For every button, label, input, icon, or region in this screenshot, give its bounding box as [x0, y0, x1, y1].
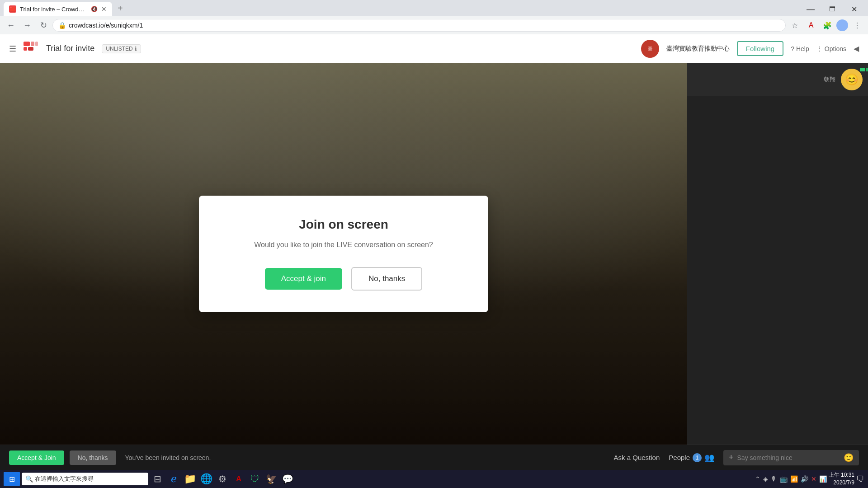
question-icon: ?	[791, 45, 794, 52]
system-tray: ⌃ ◈ 🎙 📺 📶 🔊 ✕ 📊	[755, 475, 827, 483]
unlisted-badge: UNLISTED ℹ	[102, 44, 141, 53]
minimize-button[interactable]: —	[800, 2, 821, 16]
help-button[interactable]: ? Help	[791, 45, 809, 52]
new-tab-button[interactable]: +	[114, 3, 127, 14]
people-count: 1	[693, 453, 702, 462]
following-button[interactable]: Following	[737, 41, 783, 56]
app7-icon[interactable]: 🦅	[264, 472, 278, 486]
acrobat-extension[interactable]: A	[804, 18, 818, 33]
volume-icon[interactable]: 🔊	[801, 475, 808, 483]
settings-icon[interactable]: ⚙	[215, 472, 230, 486]
org-logo: 臺	[641, 40, 659, 58]
video-area: Join on screen Would you like to join th…	[0, 63, 687, 445]
maximize-button[interactable]: 🗖	[822, 2, 843, 16]
people-button[interactable]: People 1 👥	[669, 453, 714, 463]
tab-title: Trial for invite – Crowdcast	[20, 6, 87, 13]
bottom-bar: Accept & Join No, thanks You've been inv…	[0, 445, 868, 470]
app-title: Trial for invite	[46, 44, 94, 53]
modal-buttons: Accept & join No, thanks	[226, 267, 461, 291]
crowdcast-logo-icon	[23, 41, 39, 57]
modal-accept-button[interactable]: Accept & join	[265, 268, 342, 290]
sidebar-content	[687, 96, 868, 445]
emoji-button[interactable]: 🙂	[844, 453, 854, 463]
browser-tab[interactable]: 🟥 Trial for invite – Crowdcast 🔇 ✕	[4, 2, 112, 16]
lock-icon: 🔒	[58, 22, 66, 29]
network-icon[interactable]: 📶	[790, 475, 798, 483]
back-button[interactable]: ←	[4, 18, 18, 33]
modal-title: Join on screen	[226, 217, 461, 232]
refresh-button[interactable]: ↻	[36, 18, 51, 33]
folder-icon[interactable]: 📁	[183, 472, 197, 486]
adobe-icon[interactable]: A	[231, 472, 246, 486]
clock-time: 上午 10:31	[829, 471, 854, 479]
bottom-right-actions: Ask a Question People 1 👥 + Say somethin…	[614, 450, 859, 465]
taskbar-search[interactable]: 🔍 在這裡輸入文字來搜尋	[22, 473, 148, 485]
start-button[interactable]: ⊞	[4, 472, 20, 486]
line-icon[interactable]: 💬	[280, 472, 295, 486]
tab-audio-icon: 🔇	[91, 6, 98, 12]
bookmark-button[interactable]: ☆	[788, 18, 802, 33]
taskbar-right: ⌃ ◈ 🎙 📺 📶 🔊 ✕ 📊 上午 10:31 2020/7/9 🗨	[755, 471, 864, 487]
vpn-icon[interactable]: 🛡	[248, 472, 262, 486]
taskbar: ⊞ 🔍 在這裡輸入文字來搜尋 ⊟ ℯ 📁 🌐 ⚙ A 🛡 🦅 💬 ⌃ ◈ 🎙 📺…	[0, 470, 868, 488]
header-right: 臺 臺灣實驗教育推動中心 Following ? Help ⋮ Options …	[641, 40, 859, 58]
invited-text: You've been invited on screen.	[125, 454, 211, 461]
tray-arrow[interactable]: ⌃	[755, 475, 760, 483]
user-avatar: 😊	[841, 69, 863, 90]
right-sidebar: 朝翔 😊	[687, 63, 868, 445]
options-button[interactable]: ⋮ Options	[816, 45, 846, 52]
app-header: ☰ Trial for invite UNLISTED ℹ 臺 臺灣實驗教育推動…	[0, 34, 868, 63]
chat-input-area[interactable]: + Say something nice 🙂	[723, 450, 859, 465]
join-on-screen-modal: Join on screen Would you like to join th…	[199, 196, 488, 312]
svg-rect-0	[24, 42, 30, 46]
modal-subtitle: Would you like to join the LIVE conversa…	[226, 241, 461, 249]
sidebar-top: 朝翔 😊	[687, 63, 868, 96]
chat-plus-icon[interactable]: +	[729, 453, 734, 462]
search-icon: 🔍	[25, 475, 33, 483]
taskbar-clock: 上午 10:31 2020/7/9	[829, 471, 854, 487]
clock-date: 2020/7/9	[829, 479, 854, 487]
svg-rect-1	[31, 42, 34, 46]
menu-button[interactable]: ☰	[9, 44, 16, 54]
address-bar[interactable]: 🔒 crowdcast.io/e/suniqkxm/1	[52, 19, 786, 32]
task-view-button[interactable]: ⊟	[150, 472, 165, 486]
address-text: crowdcast.io/e/suniqkxm/1	[69, 22, 780, 29]
modal-overlay: Join on screen Would you like to join th…	[0, 63, 687, 445]
org-name: 臺灣實驗教育推動中心	[666, 45, 730, 53]
search-placeholder: 在這裡輸入文字來搜尋	[35, 475, 94, 483]
dropbox-icon[interactable]: ◈	[763, 475, 768, 483]
accept-join-button[interactable]: Accept & Join	[9, 450, 64, 465]
tab-favicon: 🟥	[9, 5, 16, 13]
dots-icon: ⋮	[816, 45, 823, 52]
main-content: Join on screen Would you like to join th…	[0, 63, 868, 445]
ie-icon[interactable]: ℯ	[166, 472, 181, 486]
display-icon[interactable]: 📊	[819, 475, 827, 483]
screen-icon[interactable]: 📺	[780, 475, 788, 483]
chat-input[interactable]: Say something nice	[737, 454, 840, 461]
tab-close-button[interactable]: ✕	[101, 5, 107, 13]
svg-rect-4	[28, 47, 33, 51]
app-logo: ☰	[9, 41, 39, 57]
notification-button[interactable]: 🗨	[856, 474, 864, 484]
close-window-button[interactable]: ✕	[844, 2, 864, 16]
user-name-label: 朝翔	[824, 75, 835, 84]
profile-avatar[interactable]	[836, 19, 848, 31]
collapse-button[interactable]: ◀	[854, 44, 859, 53]
people-label: People	[669, 454, 690, 461]
more-options-button[interactable]: ⋮	[850, 18, 864, 33]
x-icon[interactable]: ✕	[811, 475, 816, 483]
blocks-indicator	[860, 68, 868, 71]
people-icon: 👥	[704, 453, 714, 463]
info-icon: ℹ	[135, 46, 137, 52]
chrome-icon[interactable]: 🌐	[199, 472, 213, 486]
forward-button[interactable]: →	[20, 18, 34, 33]
mic-icon[interactable]: 🎙	[771, 475, 777, 483]
user-avatar-container: 😊	[841, 69, 863, 90]
ask-question-button[interactable]: Ask a Question	[614, 454, 660, 461]
modal-decline-button[interactable]: No, thanks	[351, 267, 422, 291]
extensions-button[interactable]: 🧩	[820, 18, 835, 33]
no-thanks-button[interactable]: No, thanks	[70, 450, 116, 465]
svg-rect-3	[24, 47, 27, 51]
svg-rect-2	[35, 42, 38, 46]
